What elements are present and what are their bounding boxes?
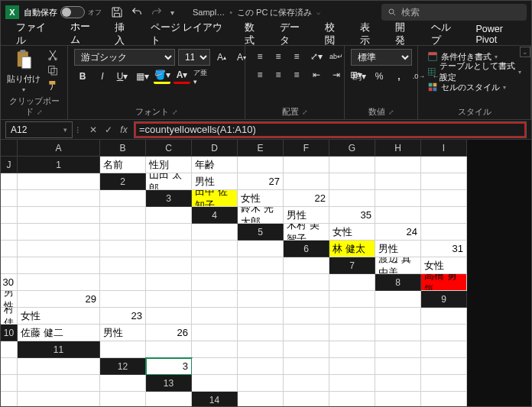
cell[interactable] — [284, 257, 329, 274]
cell[interactable]: 24 — [375, 224, 421, 241]
cell[interactable] — [238, 157, 284, 173]
cell[interactable]: 山田 太郎 — [146, 173, 192, 190]
cell[interactable] — [146, 341, 192, 358]
cell[interactable] — [329, 392, 375, 407]
cell[interactable] — [192, 241, 238, 257]
cell[interactable]: 佐藤 健二 — [18, 325, 100, 341]
undo-icon[interactable] — [131, 6, 143, 18]
cell[interactable] — [1, 241, 18, 257]
align-middle-icon[interactable]: ≡ — [270, 49, 287, 64]
cell[interactable] — [375, 308, 421, 325]
autosave-toggle[interactable] — [60, 6, 85, 18]
cell[interactable]: 林 健太 — [329, 241, 375, 257]
cell[interactable] — [421, 325, 467, 341]
font-color-button[interactable]: A▾ — [174, 69, 190, 84]
row-header[interactable]: 7 — [329, 257, 375, 274]
cell[interactable] — [375, 375, 421, 392]
ribbon-collapse-icon[interactable]: ⌄ — [520, 47, 530, 57]
column-header[interactable]: D — [192, 140, 238, 157]
name-box-dropdown-icon[interactable]: ▾ — [63, 126, 67, 134]
format-painter-icon[interactable] — [47, 79, 59, 92]
cell[interactable]: 女性 — [18, 308, 100, 325]
cell[interactable] — [100, 190, 146, 207]
row-header[interactable]: 1 — [18, 157, 100, 173]
cell[interactable] — [18, 257, 100, 274]
italic-button[interactable]: I — [94, 69, 111, 84]
autosave[interactable]: 自動保存 オフ — [24, 6, 102, 18]
align-right-icon[interactable]: ≡ — [288, 67, 305, 82]
row-header[interactable]: 3 — [146, 190, 192, 207]
column-header[interactable]: F — [284, 140, 329, 157]
cell[interactable] — [100, 241, 146, 257]
comma-icon[interactable]: , — [391, 69, 407, 84]
row-header[interactable]: 13 — [146, 375, 192, 392]
format-as-table-button[interactable]: テーブルとして書式設定▾ — [424, 64, 524, 79]
copy-icon[interactable] — [47, 64, 59, 76]
cell[interactable] — [192, 308, 238, 325]
cell[interactable] — [18, 375, 100, 392]
cell[interactable] — [100, 392, 146, 407]
cell[interactable] — [284, 173, 329, 190]
cell[interactable] — [329, 173, 375, 190]
column-header[interactable]: J — [1, 157, 18, 173]
row-header[interactable]: 4 — [192, 207, 238, 224]
cell[interactable] — [146, 291, 192, 308]
orientation-icon[interactable]: ⤢▾ — [308, 49, 325, 64]
formula-bar[interactable]: =countyellowcells(A1:A10) — [134, 121, 527, 138]
align-bottom-icon[interactable]: ≡ — [288, 49, 305, 64]
column-header[interactable]: E — [238, 140, 284, 157]
spreadsheet-grid[interactable]: ABCDEFGHIJ1名前性別年齢2山田 太郎男性273田中 佐知子女性224鈴… — [1, 140, 531, 407]
row-header[interactable]: 2 — [100, 173, 146, 190]
cell[interactable]: 27 — [238, 173, 284, 190]
cell[interactable] — [192, 291, 238, 308]
qat-customize-icon[interactable]: ▾ — [170, 8, 174, 17]
cell[interactable] — [18, 190, 100, 207]
cell[interactable] — [375, 291, 421, 308]
cell[interactable] — [284, 308, 329, 325]
cell[interactable] — [421, 392, 467, 407]
cell[interactable] — [100, 291, 146, 308]
cell[interactable] — [1, 341, 18, 358]
cell[interactable]: 22 — [284, 190, 329, 207]
cell[interactable] — [421, 375, 467, 392]
cell[interactable]: 26 — [146, 325, 192, 341]
cell[interactable] — [146, 241, 192, 257]
cell[interactable] — [284, 157, 329, 173]
title-dropdown-icon[interactable]: ⌵ — [316, 8, 320, 16]
cell[interactable] — [284, 274, 329, 291]
redo-icon[interactable] — [151, 6, 163, 18]
cell[interactable] — [1, 224, 18, 241]
align-center-icon[interactable]: ≡ — [270, 67, 287, 82]
cell[interactable] — [421, 173, 467, 190]
cell[interactable] — [329, 157, 375, 173]
cell[interactable] — [192, 341, 238, 358]
cell[interactable]: 女性 — [329, 224, 375, 241]
column-header[interactable]: H — [375, 140, 421, 157]
cell[interactable] — [18, 241, 100, 257]
paste-dropdown-icon[interactable]: ▾ — [22, 86, 25, 93]
cell[interactable] — [192, 274, 238, 291]
row-header[interactable]: 12 — [100, 358, 146, 375]
cell[interactable]: 渡辺 真由美 — [375, 257, 421, 274]
cell[interactable] — [375, 157, 421, 173]
cell[interactable] — [146, 207, 192, 224]
cell[interactable] — [146, 257, 192, 274]
cell-styles-button[interactable]: セルのスタイル▾ — [424, 79, 509, 95]
cell[interactable] — [1, 257, 18, 274]
phonetic-icon[interactable]: ア亜▾ — [193, 69, 210, 84]
cell[interactable] — [238, 341, 284, 358]
cell[interactable]: 3 — [146, 358, 192, 375]
row-header[interactable]: 8 — [375, 274, 421, 291]
percent-icon[interactable]: % — [371, 69, 388, 84]
name-box[interactable]: A12 ▾ — [5, 121, 73, 138]
cell[interactable] — [18, 173, 100, 190]
cell[interactable] — [192, 375, 238, 392]
cell[interactable] — [375, 207, 421, 224]
cell[interactable] — [284, 291, 329, 308]
cell[interactable]: 29 — [18, 291, 100, 308]
cell[interactable]: 名前 — [100, 157, 146, 173]
indent-decrease-icon[interactable]: ⇤ — [308, 67, 325, 82]
cell[interactable] — [329, 274, 375, 291]
select-all-corner[interactable] — [1, 140, 18, 157]
row-header[interactable]: 10 — [1, 325, 18, 341]
